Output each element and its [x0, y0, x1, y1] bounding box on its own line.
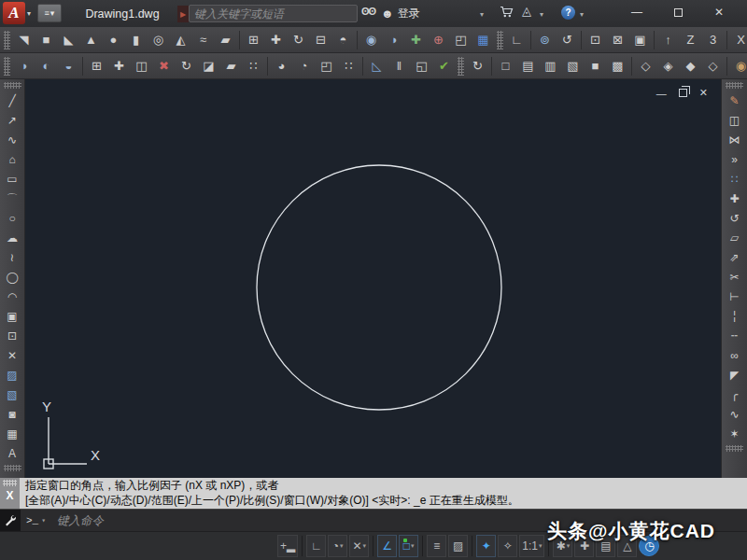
- quick-access-toolbar-button[interactable]: ≡▾: [37, 4, 62, 22]
- construction-line-button[interactable]: ↗: [2, 110, 22, 130]
- command-panel-close-button[interactable]: X: [6, 490, 13, 501]
- ucs-z-button[interactable]: Z: [680, 29, 701, 50]
- ellipse-arc-button[interactable]: ◠: [2, 287, 22, 306]
- command-prompt[interactable]: >_ ▾: [26, 515, 46, 526]
- toolbar-grip[interactable]: [726, 445, 743, 452]
- table-button[interactable]: ▦: [2, 424, 22, 443]
- object-snap-button[interactable]: □▾: [399, 535, 418, 557]
- fillet-edge-button[interactable]: ◕: [271, 55, 292, 77]
- window-close-button[interactable]: ✕: [702, 0, 736, 24]
- stretch-button[interactable]: ⇗: [725, 247, 745, 267]
- make-block-button[interactable]: ⊡: [2, 326, 22, 345]
- dropdown-arrow-icon[interactable]: ▾: [363, 542, 367, 550]
- auto-annotation-scale-button[interactable]: ✧: [498, 535, 517, 557]
- multiline-text-button[interactable]: A: [2, 443, 22, 463]
- search-binoculars-icon[interactable]: ʘʘ: [361, 6, 375, 17]
- union-button[interactable]: ⊞: [86, 55, 107, 77]
- extrude-face-button[interactable]: ◑: [13, 55, 35, 77]
- viewport-close-button[interactable]: ✕: [699, 87, 708, 99]
- toolbar-grip[interactable]: [726, 82, 743, 89]
- toolbar-grip[interactable]: [497, 31, 503, 49]
- box-button[interactable]: ■: [35, 29, 57, 50]
- toolbar-grip[interactable]: [4, 465, 21, 471]
- dropdown-arrow-icon[interactable]: ▾: [340, 542, 344, 550]
- helix-button[interactable]: ≈: [192, 29, 214, 50]
- ucs-previous-button[interactable]: ↺: [557, 29, 578, 50]
- point-button[interactable]: ✕: [2, 345, 22, 365]
- extract-edges-button[interactable]: ∷: [243, 55, 264, 77]
- erase-button[interactable]: ✎: [725, 91, 745, 110]
- presspull-button[interactable]: ⊞: [243, 29, 264, 50]
- polyline-button[interactable]: ∿: [2, 130, 22, 149]
- copy-button[interactable]: ◫: [725, 110, 745, 130]
- thicken-button[interactable]: ▰: [220, 55, 242, 77]
- gizmo-rotate-button[interactable]: ⊕: [428, 29, 449, 50]
- blend-curves-button[interactable]: ∿: [725, 404, 745, 424]
- sign-in-dropdown-arrow-icon[interactable]: ▾: [480, 10, 484, 19]
- hatch-button[interactable]: ▨: [2, 365, 22, 385]
- search-input[interactable]: [189, 5, 358, 22]
- ucs-rotate-x-button[interactable]: X: [730, 29, 747, 50]
- check-interference-button[interactable]: ✔: [433, 55, 455, 77]
- store-cart-icon[interactable]: [500, 6, 514, 22]
- object-snap-tracking-button[interactable]: ∠: [377, 535, 397, 557]
- rectangle-button[interactable]: ▭: [2, 169, 22, 189]
- vs-conceptual-button[interactable]: ■: [585, 55, 606, 77]
- isometric-drafting-button[interactable]: ✕▾: [349, 535, 369, 557]
- section-plane-button[interactable]: ◰: [450, 29, 472, 50]
- drawing-canvas[interactable]: — ✕ Y X: [25, 79, 721, 478]
- line-button[interactable]: ╱: [2, 91, 22, 110]
- join-button[interactable]: ∞: [725, 345, 745, 365]
- vs-wireframe-button[interactable]: ▤: [517, 55, 539, 77]
- region-button[interactable]: ◙: [2, 404, 22, 424]
- dynamic-input-button[interactable]: +▂: [277, 535, 298, 557]
- annotation-scale-button[interactable]: 1:1▾: [519, 535, 544, 557]
- help-dropdown-arrow-icon[interactable]: ▾: [580, 10, 584, 19]
- ucs-3point-button[interactable]: 3: [702, 29, 724, 50]
- vs-shades-3-button[interactable]: ◆: [680, 55, 701, 77]
- window-minimize-button[interactable]: —: [620, 0, 654, 24]
- array-button[interactable]: ∷: [725, 169, 745, 189]
- window-maximize-button[interactable]: [661, 0, 695, 24]
- 3d-align-button[interactable]: ✚: [265, 29, 287, 50]
- ucs-button[interactable]: ∟: [506, 29, 528, 50]
- insert-block-button[interactable]: ▣: [2, 306, 22, 326]
- update-view-button[interactable]: ↻: [467, 55, 488, 77]
- vs-shades-4-button[interactable]: ◇: [702, 55, 724, 77]
- arc-button[interactable]: ⌒: [2, 189, 22, 208]
- offset-face-button[interactable]: ◐: [35, 55, 57, 77]
- planar-surface-button[interactable]: ▰: [215, 29, 236, 50]
- viewport-restore-button[interactable]: [679, 89, 687, 97]
- autocad-logo-icon[interactable]: A: [3, 2, 25, 24]
- annotation-visibility-button[interactable]: ✦: [476, 535, 496, 557]
- ucs-object-button[interactable]: ▣: [629, 29, 651, 50]
- break-button[interactable]: ╌: [725, 326, 745, 345]
- prompt-dropdown-arrow-icon[interactable]: ▾: [41, 516, 46, 525]
- revision-cloud-button[interactable]: ☁: [2, 228, 22, 247]
- command-customize-button[interactable]: [0, 510, 21, 532]
- cylinder-button[interactable]: ▮: [125, 29, 147, 50]
- vs-2d-wireframe-button[interactable]: □: [495, 55, 516, 77]
- delete-faces-button[interactable]: ✖: [153, 55, 175, 77]
- imprint-button[interactable]: ◺: [366, 55, 388, 77]
- ucs-world-button[interactable]: ⊚: [534, 29, 556, 50]
- vs-shaded-button[interactable]: ▩: [607, 55, 628, 77]
- command-panel-grip[interactable]: [3, 480, 17, 486]
- press-face-button[interactable]: ◰: [316, 55, 337, 77]
- toolbar-grip[interactable]: [458, 57, 464, 76]
- revolve-button[interactable]: ◓: [332, 29, 354, 50]
- viewport-minimize-button[interactable]: —: [656, 88, 667, 99]
- loft-button[interactable]: ⊟: [310, 29, 331, 50]
- break-at-point-button[interactable]: ╎: [725, 306, 745, 326]
- ortho-mode-button[interactable]: ∟: [306, 535, 326, 557]
- trim-button[interactable]: ✂: [725, 267, 745, 287]
- ucs-face-button[interactable]: ⊠: [607, 29, 628, 50]
- transparency-button[interactable]: ▨: [448, 535, 468, 557]
- polygon-button[interactable]: ⌂: [2, 149, 22, 169]
- separate-button[interactable]: ‖: [388, 55, 410, 77]
- mirror-button[interactable]: ⋈: [725, 130, 745, 149]
- pyramid-button[interactable]: ◭: [170, 29, 191, 50]
- circle-button[interactable]: ○: [2, 208, 22, 228]
- fillet-button[interactable]: ╭: [725, 385, 745, 404]
- help-button[interactable]: ?: [561, 6, 575, 20]
